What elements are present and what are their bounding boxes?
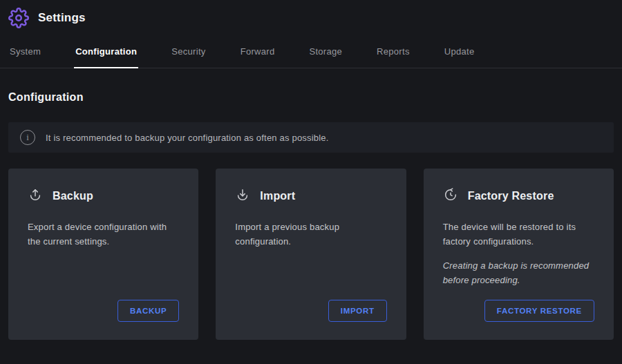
backup-button[interactable]: BACKUP (117, 300, 179, 322)
tab-storage[interactable]: Storage (308, 44, 343, 68)
app-title: Settings (38, 11, 86, 25)
card-import-title: Import (260, 190, 295, 202)
info-banner-text: It is recommended to backup your configu… (46, 133, 329, 143)
settings-tab-bar: System Configuration Security Forward St… (0, 44, 622, 68)
tab-forward[interactable]: Forward (239, 44, 276, 68)
download-icon (235, 187, 250, 205)
card-factory-restore-title: Factory Restore (468, 190, 554, 202)
info-banner: i It is recommended to backup your confi… (8, 122, 614, 153)
card-factory-restore-description: The device will be restored to its facto… (443, 220, 594, 249)
factory-restore-button[interactable]: FACTORY RESTORE (484, 300, 594, 322)
gear-icon (8, 8, 29, 28)
card-backup-title: Backup (53, 190, 93, 202)
import-button[interactable]: IMPORT (328, 300, 387, 322)
card-factory-restore-header: Factory Restore (443, 187, 594, 205)
page-title: Configuration (8, 91, 614, 104)
card-import-header: Import (235, 187, 386, 205)
tab-reports[interactable]: Reports (375, 44, 411, 68)
card-backup-header: Backup (28, 187, 179, 205)
tab-system[interactable]: System (8, 44, 42, 68)
tab-update[interactable]: Update (443, 44, 476, 68)
card-backup: Backup Export a device configuration wit… (8, 169, 198, 340)
card-import-description: Import a previous backup configuration. (235, 220, 386, 249)
card-factory-restore: Factory Restore The device will be resto… (424, 169, 614, 340)
tab-security[interactable]: Security (170, 44, 207, 68)
restore-icon (443, 187, 458, 205)
configuration-cards: Backup Export a device configuration wit… (8, 169, 614, 340)
tab-configuration[interactable]: Configuration (74, 44, 138, 68)
card-factory-restore-note: Creating a backup is recommended before … (443, 258, 594, 287)
upload-icon (28, 187, 43, 205)
card-backup-description: Export a device configuration with the c… (28, 220, 179, 249)
card-import: Import Import a previous backup configur… (216, 169, 406, 340)
settings-header: Settings (0, 0, 622, 28)
info-icon: i (20, 130, 35, 145)
